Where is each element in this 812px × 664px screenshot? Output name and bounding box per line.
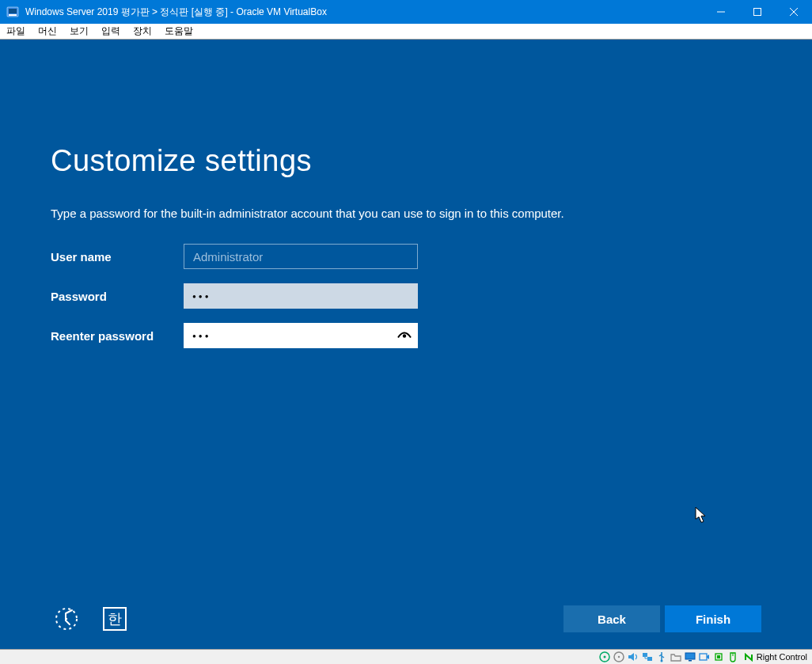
menubar: 파일 머신 보기 입력 장치 도움말 [0, 24, 812, 40]
host-key-indicator[interactable]: Right Control [741, 651, 812, 662]
svg-point-13 [660, 660, 662, 662]
svg-rect-2 [9, 14, 17, 16]
ease-of-access-button[interactable] [51, 605, 82, 633]
back-button[interactable]: Back [563, 605, 660, 632]
svg-rect-16 [700, 654, 707, 660]
maximize-button[interactable] [739, 0, 776, 24]
username-value: Administrator [193, 250, 263, 264]
svg-rect-15 [689, 660, 692, 662]
password-field[interactable]: ●●● [184, 283, 418, 309]
guest-display: Customize settings Type a password for t… [0, 40, 812, 649]
svg-point-10 [618, 656, 620, 658]
reenter-password-label: Reenter password [51, 329, 184, 343]
minimize-button[interactable] [703, 0, 739, 24]
page-description: Type a password for the built-in adminis… [51, 207, 761, 220]
shared-folders-icon[interactable] [670, 651, 682, 663]
svg-rect-1 [9, 9, 17, 13]
menu-help[interactable]: 도움말 [158, 24, 199, 39]
reenter-password-masked-value: ●●● [192, 332, 211, 340]
svg-point-8 [603, 656, 605, 658]
password-label: Password [51, 290, 184, 303]
reenter-password-row: Reenter password ●●● [51, 323, 761, 348]
display-icon[interactable] [684, 651, 696, 663]
svg-rect-3 [754, 9, 761, 16]
usb-icon[interactable] [655, 651, 668, 663]
mouse-integration-icon[interactable] [727, 651, 739, 663]
svg-rect-14 [685, 653, 695, 659]
recording-icon[interactable] [698, 651, 711, 663]
page-title: Customize settings [51, 144, 761, 178]
menu-input[interactable]: 입력 [95, 24, 127, 39]
window-title: Windows Server 2019 평가판 > 정식판 [실행 중] - O… [25, 6, 703, 19]
username-field: Administrator [184, 244, 418, 269]
reenter-password-field[interactable]: ●●● [184, 323, 418, 348]
finish-button[interactable]: Finish [665, 605, 761, 632]
password-masked-value: ●●● [192, 293, 211, 300]
menu-devices[interactable]: 장치 [127, 24, 158, 39]
hard-disk-icon[interactable] [598, 651, 611, 663]
menu-machine[interactable]: 머신 [32, 24, 63, 39]
network-icon[interactable] [641, 651, 654, 663]
close-button[interactable] [776, 0, 812, 24]
optical-disk-icon[interactable] [613, 651, 625, 663]
svg-rect-11 [643, 653, 647, 657]
menu-file[interactable]: 파일 [0, 24, 32, 39]
svg-rect-18 [717, 655, 720, 658]
titlebar: Windows Server 2019 평가판 > 정식판 [실행 중] - O… [0, 0, 812, 24]
statusbar: Right Control [0, 649, 812, 664]
reveal-password-icon[interactable] [397, 329, 412, 343]
ime-indicator-button[interactable]: 한 [103, 607, 127, 631]
oobe-panel: Customize settings Type a password for t… [51, 144, 761, 362]
oobe-bottom-bar: 한 Back Finish [51, 605, 761, 633]
audio-icon[interactable] [627, 651, 639, 663]
username-row: User name Administrator [51, 244, 761, 269]
svg-point-6 [66, 618, 67, 620]
host-key-label: Right Control [757, 652, 807, 662]
svg-point-4 [403, 334, 406, 337]
mouse-cursor-icon [695, 507, 708, 524]
password-row: Password ●●● [51, 283, 761, 309]
processor-icon[interactable] [712, 651, 725, 663]
username-label: User name [51, 250, 184, 264]
virtualbox-icon [6, 6, 19, 18]
menu-view[interactable]: 보기 [63, 24, 95, 39]
